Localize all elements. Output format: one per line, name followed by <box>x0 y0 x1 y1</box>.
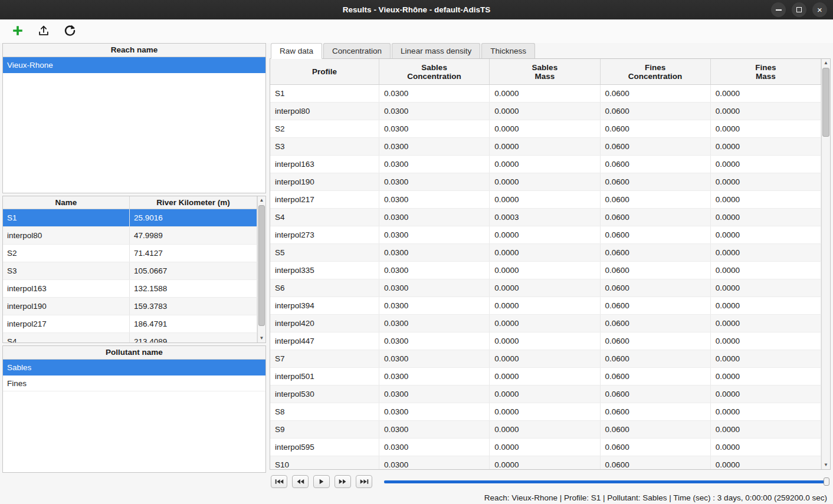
results-cell: interpol80 <box>270 103 379 120</box>
results-cell: interpol394 <box>270 297 379 314</box>
refresh-button[interactable] <box>61 23 78 39</box>
results-cell: 0.0600 <box>601 173 711 190</box>
next-frame-button[interactable] <box>334 475 351 488</box>
results-column-header[interactable]: Profile <box>270 59 379 84</box>
scroll-up-icon[interactable]: ▲ <box>258 196 265 205</box>
results-cell: 0.0300 <box>379 297 490 314</box>
results-row[interactable]: interpol3940.03000.00000.06000.0000 <box>270 297 821 315</box>
results-row[interactable]: S90.03000.00000.06000.0000 <box>270 421 821 439</box>
results-cell: 0.0600 <box>601 315 711 332</box>
results-cell: 0.0000 <box>490 421 600 438</box>
results-cell: 0.0600 <box>601 209 711 226</box>
minimize-button[interactable] <box>771 2 786 17</box>
column-header-name[interactable]: Name <box>3 196 130 209</box>
results-row[interactable]: interpol800.03000.00000.06000.0000 <box>270 103 821 120</box>
results-cell: 0.0300 <box>379 244 490 261</box>
close-button[interactable]: × <box>812 2 827 17</box>
scroll-down-icon[interactable]: ▼ <box>822 461 830 469</box>
profile-row[interactable]: S271.4127 <box>3 245 257 262</box>
results-column-header[interactable]: SablesMass <box>490 59 600 84</box>
scrollbar-thumb[interactable] <box>822 68 829 137</box>
pollutant-list-item[interactable]: Fines <box>3 375 265 391</box>
profile-row[interactable]: S4213.4089 <box>3 333 257 342</box>
results-cell: 0.0000 <box>711 191 821 208</box>
scroll-up-icon[interactable]: ▲ <box>822 59 830 67</box>
results-row[interactable]: S100.03000.00000.06000.0000 <box>270 456 821 469</box>
results-row[interactable]: interpol5950.03000.00000.06000.0000 <box>270 439 821 456</box>
results-cell: 0.0600 <box>601 439 711 456</box>
previous-frame-button[interactable] <box>292 475 309 488</box>
results-row[interactable]: S20.03000.00000.06000.0000 <box>270 120 821 138</box>
results-cell: 0.0000 <box>711 103 821 120</box>
pollutant-list-item[interactable]: Sables <box>3 360 265 375</box>
results-row[interactable]: interpol4200.03000.00000.06000.0000 <box>270 315 821 332</box>
time-slider[interactable] <box>384 477 829 486</box>
results-cell: 0.0300 <box>379 456 490 469</box>
first-frame-button[interactable] <box>271 475 287 488</box>
results-cell: 0.0300 <box>379 386 490 403</box>
tab-concentration[interactable]: Concentration <box>323 43 391 59</box>
results-cell: 0.0000 <box>490 85 600 102</box>
profile-row[interactable]: interpol163132.1588 <box>3 280 257 298</box>
pollutant-header[interactable]: Pollutant name <box>3 346 265 360</box>
results-cell: interpol501 <box>270 368 379 385</box>
results-cell: 0.0000 <box>490 403 600 420</box>
results-cell: S8 <box>270 403 379 420</box>
time-slider-track[interactable] <box>384 480 827 483</box>
results-cell: 0.0003 <box>490 209 600 226</box>
profile-row[interactable]: interpol190159.3783 <box>3 298 257 315</box>
results-cell: S1 <box>270 85 379 102</box>
last-frame-button[interactable] <box>356 475 372 488</box>
results-row[interactable]: interpol1630.03000.00000.06000.0000 <box>270 156 821 173</box>
results-cell: 0.0000 <box>490 156 600 173</box>
tab-linear-mass-density[interactable]: Linear mass density <box>392 43 480 59</box>
scroll-down-icon[interactable]: ▼ <box>258 334 265 342</box>
results-row[interactable]: S10.03000.00000.06000.0000 <box>270 85 821 103</box>
results-row[interactable]: S40.03000.00030.06000.0000 <box>270 209 821 226</box>
results-cell: 0.0300 <box>379 226 490 243</box>
results-cell: 0.0000 <box>490 226 600 243</box>
play-button[interactable] <box>313 475 330 488</box>
results-row[interactable]: S60.03000.00000.06000.0000 <box>270 279 821 297</box>
results-cell: 0.0300 <box>379 350 490 367</box>
results-cell: 0.0000 <box>711 368 821 385</box>
results-column-header[interactable]: FinesMass <box>711 59 821 84</box>
profile-row[interactable]: interpol8047.9989 <box>3 227 257 245</box>
results-column-header[interactable]: SablesConcentration <box>379 59 490 84</box>
reach-list-item[interactable]: Vieux-Rhone <box>3 57 265 73</box>
results-cell: S2 <box>270 120 379 137</box>
profiles-table-body: S125.9016interpol8047.9989S271.4127S3105… <box>3 209 257 342</box>
results-cell: 0.0000 <box>490 439 600 456</box>
column-header-river-kilometer[interactable]: River Kilometer (m) <box>130 196 257 209</box>
results-row[interactable]: S50.03000.00000.06000.0000 <box>270 244 821 262</box>
results-row[interactable]: interpol1900.03000.00000.06000.0000 <box>270 173 821 191</box>
profile-cell: 132.1588 <box>130 280 257 297</box>
profile-row[interactable]: S125.9016 <box>3 209 257 227</box>
tab-thickness[interactable]: Thickness <box>481 43 535 59</box>
toolbar <box>0 19 833 43</box>
results-cell: 0.0600 <box>601 138 711 155</box>
maximize-button[interactable] <box>792 2 806 17</box>
time-slider-handle[interactable] <box>824 477 829 486</box>
profile-cell: 159.3783 <box>130 298 257 315</box>
export-button[interactable] <box>35 23 52 39</box>
profile-row[interactable]: interpol217186.4791 <box>3 315 257 333</box>
profile-row[interactable]: S3105.0667 <box>3 262 257 280</box>
results-row[interactable]: interpol2730.03000.00000.06000.0000 <box>270 226 821 244</box>
transport-controls <box>270 470 831 492</box>
tab-raw-data[interactable]: Raw data <box>271 43 322 59</box>
results-row[interactable]: interpol5300.03000.00000.06000.0000 <box>270 386 821 403</box>
results-row[interactable]: S80.03000.00000.06000.0000 <box>270 403 821 421</box>
skip-to-start-icon <box>275 479 284 485</box>
reach-header[interactable]: Reach name <box>3 44 265 57</box>
results-row[interactable]: interpol4470.03000.00000.06000.0000 <box>270 332 821 350</box>
results-cell: 0.0000 <box>711 244 821 261</box>
scrollbar-thumb[interactable] <box>258 205 265 326</box>
results-row[interactable]: interpol5010.03000.00000.06000.0000 <box>270 368 821 386</box>
results-row[interactable]: interpol3350.03000.00000.06000.0000 <box>270 262 821 279</box>
results-column-header[interactable]: FinesConcentration <box>601 59 711 84</box>
results-row[interactable]: S70.03000.00000.06000.0000 <box>270 350 821 368</box>
add-button[interactable] <box>9 23 26 39</box>
results-row[interactable]: interpol2170.03000.00000.06000.0000 <box>270 191 821 209</box>
results-row[interactable]: S30.03000.00000.06000.0000 <box>270 138 821 156</box>
